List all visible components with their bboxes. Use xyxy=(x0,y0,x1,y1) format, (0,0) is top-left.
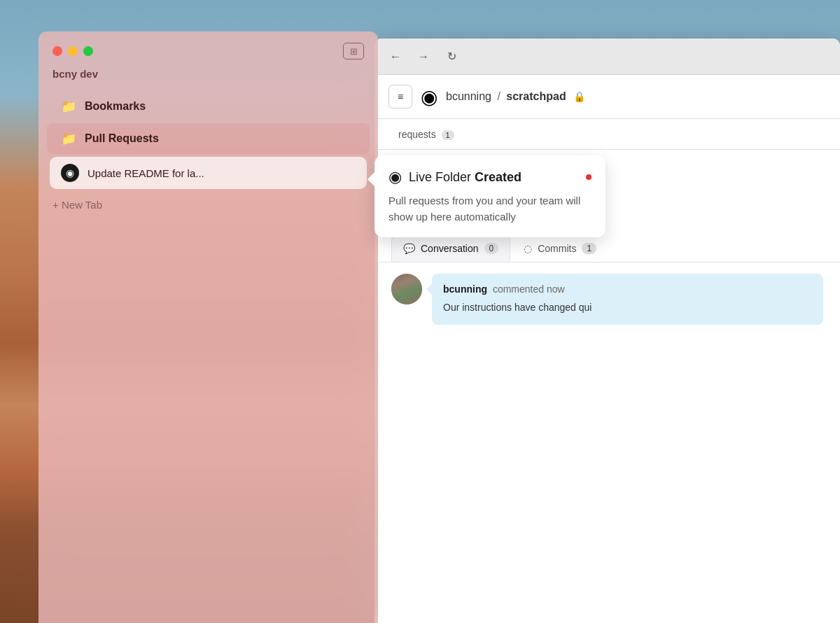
sidebar-panel: ⊞ bcny dev 📁 Bookmarks 📁 Pull Requests ◉… xyxy=(38,31,378,623)
repo-name: scratchpad xyxy=(506,90,566,102)
traffic-light-red[interactable] xyxy=(52,46,62,56)
sidebar-titlebar: ⊞ xyxy=(38,31,378,68)
commits-label: Commits xyxy=(538,243,576,254)
lock-icon: 🔒 xyxy=(573,91,585,102)
bookmarks-label: Bookmarks xyxy=(85,100,146,113)
conversation-badge: 0 xyxy=(484,243,499,254)
hamburger-icon: ≡ xyxy=(398,91,403,102)
bookmarks-folder-icon: 📁 xyxy=(61,99,76,114)
comment-bubble: bcunning commented now Our instructions … xyxy=(432,274,823,325)
commits-badge: 1 xyxy=(582,243,596,254)
comment-section: bcunning commented now Our instructions … xyxy=(374,262,840,336)
sidebar-item-pull-requests[interactable]: 📁 Pull Requests xyxy=(47,123,370,154)
browser-window: ← → ↻ ≡ ◉ bcunning / scratchpad 🔒 reques… xyxy=(374,38,840,623)
sidebar-item-bookmarks[interactable]: 📁 Bookmarks xyxy=(47,91,370,122)
sidebar-sub-item-readme[interactable]: ◉ Update README for la... xyxy=(50,157,367,189)
commits-icon: ◌ xyxy=(524,243,532,254)
pull-requests-label: Pull Requests xyxy=(85,132,159,145)
conversation-label: Conversation xyxy=(421,243,479,254)
readme-label: Update README for la... xyxy=(88,167,204,179)
tab-requests-label: requests xyxy=(398,129,436,140)
repo-separator: / xyxy=(497,90,503,102)
commenter-username: bcunning xyxy=(443,284,487,295)
traffic-light-yellow[interactable] xyxy=(68,46,78,56)
tooltip-title-prefix: Live Folder xyxy=(409,170,475,184)
tooltip-header: ◉ Live Folder Created xyxy=(388,168,592,186)
avatar-image xyxy=(391,274,422,304)
live-folder-tooltip: ◉ Live Folder Created Pull requests from… xyxy=(374,155,606,237)
tooltip-dot-indicator xyxy=(586,174,592,180)
github-logo-icon: ◉ xyxy=(421,85,438,108)
traffic-lights xyxy=(52,46,93,56)
tab-requests-badge: 1 xyxy=(442,130,454,140)
repo-path: bcunning / scratchpad 🔒 xyxy=(446,90,585,103)
tooltip-github-logo: ◉ xyxy=(388,168,402,186)
avatar xyxy=(391,274,422,304)
new-tab-button[interactable]: + New Tab xyxy=(38,192,378,218)
workspace-label: bcny dev xyxy=(38,68,378,90)
repo-owner: bcunning xyxy=(446,90,491,102)
conversation-icon: 💬 xyxy=(403,243,415,254)
browser-toolbar: ← → ↻ xyxy=(374,38,840,75)
forward-button[interactable]: → xyxy=(414,47,433,66)
tab-commits[interactable]: ◌ Commits 1 xyxy=(512,235,608,262)
github-header: ≡ ◉ bcunning / scratchpad 🔒 xyxy=(374,75,840,119)
new-tab-label: + New Tab xyxy=(52,199,102,211)
traffic-light-green[interactable] xyxy=(83,46,93,56)
sidebar-toggle-button[interactable]: ⊞ xyxy=(343,43,364,59)
tooltip-title: Live Folder Created xyxy=(409,170,522,185)
tooltip-body: Pull requests from you and your team wil… xyxy=(388,193,592,225)
comment-header: bcunning commented now xyxy=(443,284,812,295)
sidebar-toggle-icon: ⊞ xyxy=(350,46,358,57)
pr-tabs: 💬 Conversation 0 ◌ Commits 1 xyxy=(374,235,840,262)
github-tabs: requests 1 xyxy=(374,119,840,150)
back-button[interactable]: ← xyxy=(386,47,405,66)
comment-time: commented now xyxy=(493,284,565,295)
readme-github-icon: ◉ xyxy=(61,164,79,182)
refresh-button[interactable]: ↻ xyxy=(442,47,461,66)
pull-requests-folder-icon: 📁 xyxy=(61,131,76,146)
tab-conversation[interactable]: 💬 Conversation 0 xyxy=(391,235,510,262)
comment-body: Our instructions have changed qui xyxy=(443,300,812,315)
hamburger-button[interactable]: ≡ xyxy=(388,85,412,108)
tooltip-title-bold: Created xyxy=(475,170,522,184)
tab-requests[interactable]: requests 1 xyxy=(388,123,464,146)
